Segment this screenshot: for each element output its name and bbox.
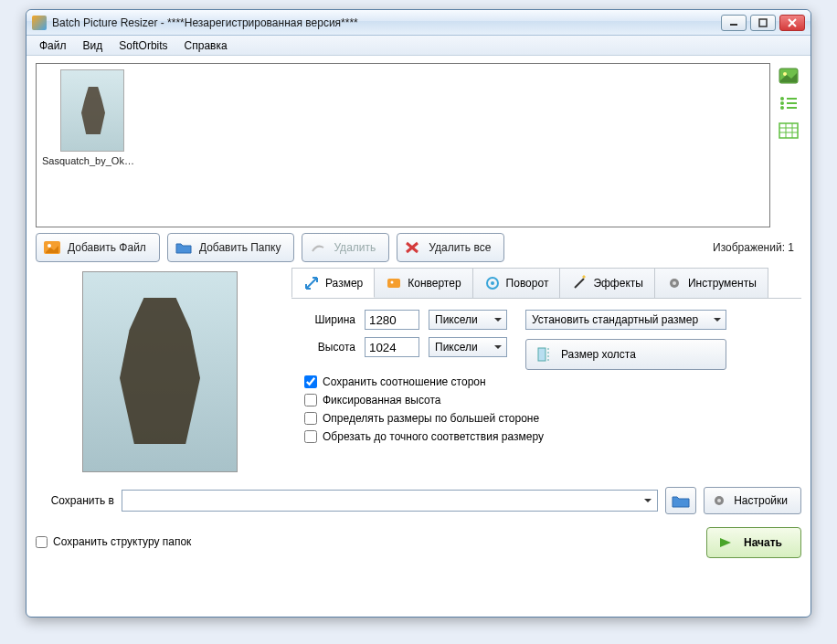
tab-rotate-label: Поворот <box>506 277 549 290</box>
tab-effects[interactable]: Эффекты <box>559 268 655 298</box>
detect-longer-checkbox[interactable] <box>304 412 317 425</box>
add-file-icon <box>44 241 60 254</box>
window-controls <box>721 15 805 31</box>
svg-rect-11 <box>787 107 797 109</box>
image-count: Изображений: 1 <box>713 241 801 254</box>
thumbnail-image <box>60 69 124 152</box>
canvas-icon <box>535 346 552 363</box>
save-row: Сохранить в Настройки <box>36 487 801 514</box>
titlebar[interactable]: Batch Picture Resizer - ****Незарегистри… <box>26 10 811 36</box>
tab-body-size: Ширина Пиксели Высота Пиксели Уст <box>291 299 801 476</box>
fixed-height-checkbox[interactable] <box>304 394 317 406</box>
browse-folder-button[interactable] <box>665 487 696 514</box>
resize-icon <box>303 275 320 291</box>
crop-exact-label: Обрезать до точного соответствия размеру <box>323 430 544 443</box>
folder-icon <box>175 241 192 254</box>
standard-size-select[interactable]: Установить стандартный размер <box>525 310 726 330</box>
app-window: Batch Picture Resizer - ****Незарегистри… <box>26 9 811 618</box>
save-path-combo[interactable] <box>122 490 658 512</box>
add-folder-label: Добавить Папку <box>199 241 281 254</box>
delete-label: Удалить <box>334 241 376 254</box>
close-button[interactable] <box>779 15 805 31</box>
tab-converter[interactable]: Конвертер <box>374 268 472 298</box>
maximize-button[interactable] <box>750 15 776 31</box>
tab-rotate[interactable]: Поворот <box>472 268 561 298</box>
svg-rect-21 <box>387 279 400 288</box>
keep-folder-structure-label: Сохранить структуру папок <box>53 535 191 548</box>
keep-ratio-label: Сохранить соотношение сторон <box>323 375 486 388</box>
add-folder-button[interactable]: Добавить Папку <box>167 233 295 262</box>
tab-tools[interactable]: Инструменты <box>654 268 768 298</box>
svg-point-18 <box>48 244 51 248</box>
thumbnails-view-icon[interactable] <box>778 67 800 85</box>
thumbnail-item[interactable]: Sasquatch_by_Okmer... <box>42 69 143 166</box>
svg-rect-9 <box>787 102 797 104</box>
add-file-button[interactable]: Добавить Файл <box>36 233 160 262</box>
delete-all-button[interactable]: Удалить все <box>397 233 504 262</box>
height-label: Высота <box>304 341 355 354</box>
width-unit-select[interactable]: Пиксели <box>429 310 507 330</box>
minimize-button[interactable] <box>721 15 747 31</box>
height-input[interactable] <box>365 337 419 357</box>
menubar: Файл Вид SoftOrbits Справка <box>26 36 811 56</box>
svg-point-27 <box>673 281 676 285</box>
list-view-icon[interactable] <box>778 94 800 112</box>
delete-icon <box>310 241 326 254</box>
tab-strip: Размер Конвертер Поворот Эффекты <box>291 268 801 299</box>
delete-all-label: Удалить все <box>429 241 491 254</box>
window-title: Batch Picture Resizer - ****Незарегистри… <box>52 16 721 29</box>
wand-icon <box>571 275 588 291</box>
svg-point-8 <box>780 101 784 105</box>
content-area: Sasquatch_by_Okmer... Добавить Файл <box>26 56 811 617</box>
menu-view[interactable]: Вид <box>76 37 111 54</box>
file-toolbar: Добавить Файл Добавить Папку Удалить Уда… <box>36 233 801 262</box>
preview-pane <box>36 268 284 476</box>
play-icon <box>718 536 735 549</box>
tab-converter-label: Конвертер <box>408 277 461 290</box>
save-to-label: Сохранить в <box>36 494 114 507</box>
menu-help[interactable]: Справка <box>177 37 235 54</box>
start-label: Начать <box>744 536 782 549</box>
canvas-size-button[interactable]: Размер холста <box>525 339 726 370</box>
add-file-label: Добавить Файл <box>68 241 146 254</box>
view-mode-icons <box>776 63 801 227</box>
svg-point-22 <box>391 281 394 284</box>
keep-ratio-checkbox[interactable] <box>304 375 317 388</box>
svg-rect-1 <box>759 19 767 26</box>
svg-line-25 <box>575 279 584 288</box>
svg-point-5 <box>783 72 787 76</box>
width-input[interactable] <box>365 310 419 330</box>
gear-icon <box>666 275 683 291</box>
detect-longer-label: Определять размеры по большей стороне <box>323 412 539 425</box>
tab-effects-label: Эффекты <box>593 277 643 290</box>
height-unit-select[interactable]: Пиксели <box>429 337 507 357</box>
settings-button[interactable]: Настройки <box>704 487 801 514</box>
crop-exact-checkbox[interactable] <box>304 430 317 443</box>
svg-point-10 <box>780 106 784 110</box>
menu-softorbits[interactable]: SoftOrbits <box>111 37 175 54</box>
thumbnail-caption: Sasquatch_by_Okmer... <box>42 155 143 166</box>
rotate-icon <box>484 275 501 291</box>
thumbnail-list[interactable]: Sasquatch_by_Okmer... <box>36 63 770 227</box>
tab-tools-label: Инструменты <box>688 277 757 290</box>
gear-icon <box>712 493 726 508</box>
canvas-size-label: Размер холста <box>561 348 636 361</box>
app-icon <box>32 16 47 30</box>
tab-size-label: Размер <box>325 277 363 290</box>
keep-folder-structure-checkbox[interactable] <box>36 536 48 548</box>
svg-point-24 <box>491 281 494 285</box>
delete-button[interactable]: Удалить <box>302 233 389 262</box>
fixed-height-label: Фиксированная высота <box>323 394 441 406</box>
delete-all-icon <box>405 241 421 254</box>
settings-label: Настройки <box>734 494 788 507</box>
tab-size[interactable]: Размер <box>291 268 375 298</box>
details-view-icon[interactable] <box>778 121 800 140</box>
svg-point-6 <box>780 97 784 100</box>
svg-point-31 <box>717 499 721 502</box>
svg-rect-12 <box>779 123 798 138</box>
start-button[interactable]: Начать <box>706 527 801 558</box>
svg-rect-7 <box>787 98 797 100</box>
menu-file[interactable]: Файл <box>32 37 74 54</box>
converter-icon <box>386 275 402 291</box>
svg-rect-28 <box>538 348 546 361</box>
